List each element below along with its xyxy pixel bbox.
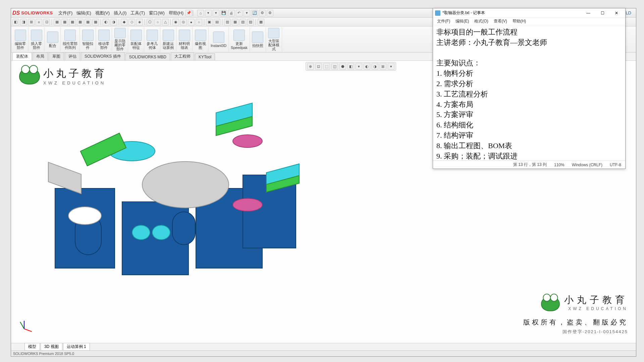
view-icon[interactable]: ◧ bbox=[347, 63, 354, 70]
qb-icon[interactable]: ▨ bbox=[247, 19, 254, 25]
btab-3dview[interactable]: 3D 视图 bbox=[41, 343, 62, 351]
ribbon-linear-pattern[interactable]: 线性零部 件阵列 bbox=[61, 27, 80, 52]
settings-icon[interactable]: ⚙ bbox=[267, 10, 273, 16]
qb-icon[interactable]: ▦ bbox=[61, 19, 68, 25]
view-icon[interactable]: ⬚ bbox=[323, 63, 330, 70]
tab-assembly[interactable]: 装配体 bbox=[12, 52, 32, 60]
qb-icon[interactable]: ● bbox=[188, 19, 195, 25]
ribbon-exploded-view[interactable]: 爆炸视 图 bbox=[193, 27, 209, 52]
ribbon-smart-fasteners[interactable]: 智能扣 件 bbox=[80, 27, 96, 52]
qb-icon[interactable]: △ bbox=[162, 19, 169, 25]
ribbon-mate[interactable]: 配合 bbox=[45, 27, 61, 52]
menu-insert[interactable]: 插入(I) bbox=[112, 10, 128, 16]
menu-help[interactable]: 帮助(H) bbox=[167, 10, 185, 16]
view-icon[interactable]: ◐ bbox=[364, 63, 370, 70]
view-icon[interactable]: ⊞ bbox=[380, 63, 386, 70]
view-icon[interactable]: ⊕ bbox=[307, 63, 314, 70]
menu-file[interactable]: 文件(F) bbox=[56, 10, 75, 16]
qb-icon[interactable]: ▥ bbox=[224, 19, 231, 25]
notepad-window: *取轴器分类.txt - 记事本 — ☐ ✕ 文件(F) 编辑(E) 格式(O)… bbox=[433, 8, 626, 169]
tab-engineer[interactable]: 大工程师 bbox=[171, 52, 194, 60]
np-menu-format[interactable]: 格式(O) bbox=[472, 18, 491, 24]
view-icon[interactable]: ◫ bbox=[331, 63, 338, 70]
qb-icon[interactable]: ▦ bbox=[54, 19, 60, 25]
qb-icon[interactable]: ⊡ bbox=[43, 19, 50, 25]
menu-window[interactable]: 窗口(W) bbox=[147, 10, 167, 16]
ribbon-update-speedpak[interactable]: 更新 Speedpak bbox=[229, 27, 250, 52]
ribbon-show-hidden[interactable]: 显示隐 藏的零 部件 bbox=[112, 27, 128, 52]
menu-tools[interactable]: 工具(T) bbox=[128, 10, 147, 16]
qb-icon[interactable]: ▦ bbox=[69, 19, 76, 25]
select-icon[interactable]: ▾ bbox=[244, 10, 250, 16]
tab-addins[interactable]: SOLIDWORKS 插件 bbox=[81, 52, 125, 60]
view-icon[interactable]: ▾ bbox=[356, 63, 362, 70]
home-icon[interactable]: ⌂ bbox=[197, 10, 204, 16]
qb-icon[interactable]: ▧ bbox=[239, 19, 246, 25]
ribbon-snapshot[interactable]: 拍快照 bbox=[250, 27, 266, 52]
menu-edit[interactable]: 编辑(E) bbox=[74, 10, 93, 16]
new-icon[interactable]: ▾ bbox=[205, 10, 212, 16]
btab-motion[interactable]: 运动算例 1 bbox=[63, 343, 90, 351]
qb-icon[interactable]: ◑ bbox=[110, 19, 117, 25]
qb-icon[interactable]: ◐ bbox=[103, 19, 109, 25]
qb-icon[interactable]: ≡ bbox=[36, 19, 42, 25]
np-menu-view[interactable]: 查看(V) bbox=[491, 18, 510, 24]
orientation-triad[interactable] bbox=[17, 322, 31, 336]
view-icon[interactable]: ▾ bbox=[388, 63, 394, 70]
tab-layout[interactable]: 布局 bbox=[33, 52, 48, 60]
qb-icon[interactable]: ⊞ bbox=[28, 19, 35, 25]
menu-view[interactable]: 视图(V) bbox=[93, 10, 112, 16]
qb-icon[interactable]: ○ bbox=[154, 19, 161, 25]
ribbon-assembly-features[interactable]: 装配体 特征 bbox=[128, 27, 144, 52]
qb-icon[interactable]: ◉ bbox=[172, 19, 179, 25]
qb-icon[interactable]: ▤ bbox=[214, 19, 220, 25]
view-icon[interactable]: ⬣ bbox=[339, 63, 346, 70]
np-menu-edit[interactable]: 编辑(E) bbox=[453, 18, 472, 24]
cad-model[interactable] bbox=[35, 101, 310, 302]
qb-icon[interactable]: ◇ bbox=[128, 19, 135, 25]
qb-icon[interactable]: ▦ bbox=[92, 19, 99, 25]
qb-icon[interactable]: ◈ bbox=[136, 19, 143, 25]
notepad-textarea[interactable]: 非标项目的一般工作流程 主讲老师：小丸子教育—景文老师 主要知识点： 1. 物料… bbox=[433, 25, 625, 161]
qb-icon[interactable]: ◆ bbox=[121, 19, 127, 25]
qb-icon[interactable]: ▦ bbox=[77, 19, 84, 25]
ribbon-edit-component[interactable]: 编辑零 部件 bbox=[12, 27, 29, 52]
qb-icon[interactable]: ◎ bbox=[180, 19, 187, 25]
maximize-button[interactable]: ☐ bbox=[596, 9, 609, 17]
np-menu-file[interactable]: 文件(F) bbox=[434, 18, 453, 24]
qb-icon[interactable]: ◧ bbox=[12, 19, 19, 25]
qb-icon[interactable]: ▣ bbox=[206, 19, 213, 25]
open-icon[interactable]: ▾ bbox=[213, 10, 219, 16]
tab-mbd[interactable]: SOLIDWORKS MBD bbox=[125, 53, 170, 60]
np-menu-help[interactable]: 帮助(H) bbox=[510, 18, 529, 24]
menu-pin-icon[interactable]: 📌 bbox=[185, 10, 192, 16]
tab-evaluate[interactable]: 评估 bbox=[65, 52, 80, 60]
ribbon-reference-geometry[interactable]: 参考几 何体 bbox=[144, 27, 160, 52]
save-icon[interactable]: 💾 bbox=[220, 10, 227, 16]
rebuild-icon[interactable]: 🔄 bbox=[251, 10, 258, 16]
qb-icon[interactable]: ▦ bbox=[232, 19, 238, 25]
qb-icon[interactable]: ▩ bbox=[258, 19, 264, 25]
view-icon[interactable]: ⊡ bbox=[315, 63, 322, 70]
qb-icon[interactable]: ▦ bbox=[85, 19, 91, 25]
qb-icon[interactable]: ○ bbox=[196, 19, 202, 25]
view-icon[interactable]: ◑ bbox=[372, 63, 378, 70]
qb-icon[interactable]: ◨ bbox=[20, 19, 27, 25]
ribbon-move-component[interactable]: 移动零 部件 bbox=[96, 27, 112, 52]
close-button[interactable]: ✕ bbox=[610, 9, 623, 17]
minimize-button[interactable]: — bbox=[582, 9, 595, 17]
tab-kytool[interactable]: KYTool bbox=[195, 53, 215, 60]
tab-sketch[interactable]: 草图 bbox=[49, 52, 64, 60]
np-cursor-position: 第 13 行，第 13 列 bbox=[513, 162, 547, 168]
notepad-titlebar[interactable]: *取轴器分类.txt - 记事本 — ☐ ✕ bbox=[433, 8, 625, 18]
ribbon-instant3d[interactable]: Instant3D bbox=[209, 27, 229, 52]
ribbon-new-motion-study[interactable]: 新建运 动算例 bbox=[160, 27, 176, 52]
print-icon[interactable]: 🖨 bbox=[228, 10, 235, 16]
qb-icon[interactable]: ⬡ bbox=[147, 19, 153, 25]
ribbon-insert-component[interactable]: 插入零 部件 bbox=[29, 27, 45, 52]
ribbon-bom[interactable]: 材料明 细表 bbox=[176, 27, 193, 52]
options-icon[interactable]: ⚙ bbox=[259, 10, 266, 16]
ribbon-large-assembly[interactable]: 大型装 配体模 式 bbox=[266, 27, 282, 52]
btab-model[interactable]: 模型 bbox=[24, 343, 40, 351]
undo-icon[interactable]: ↶ bbox=[236, 10, 243, 16]
